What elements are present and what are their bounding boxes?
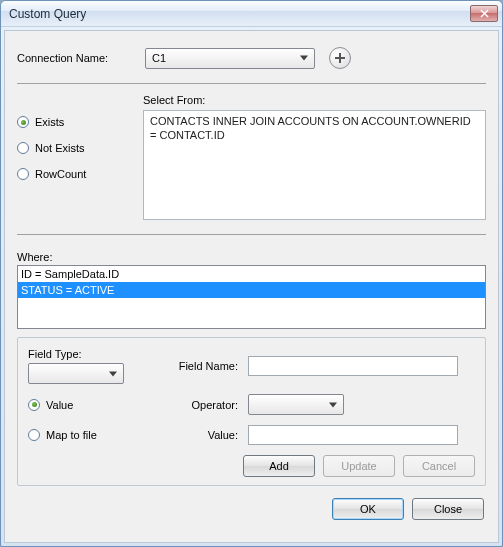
connection-label: Connection Name:: [17, 52, 137, 64]
close-icon[interactable]: [470, 5, 498, 22]
radio-icon: [17, 116, 29, 128]
operator-label: Operator:: [168, 399, 248, 411]
radio-label: Map to file: [46, 429, 97, 441]
value-label: Value:: [168, 429, 248, 441]
field-type-label: Field Type:: [28, 348, 168, 360]
window-title: Custom Query: [9, 7, 470, 21]
map-to-file-radio[interactable]: Map to file: [28, 429, 168, 441]
dialog-buttons: OK Close: [17, 498, 486, 520]
add-connection-button[interactable]: [329, 47, 351, 69]
radio-icon: [28, 399, 40, 411]
update-button[interactable]: Update: [323, 455, 395, 477]
exists-radio[interactable]: Exists: [17, 116, 127, 128]
select-section: Exists Not Exists RowCount Select From: …: [17, 94, 486, 220]
radio-label: RowCount: [35, 168, 86, 180]
radio-icon: [17, 168, 29, 180]
radio-label: Exists: [35, 116, 64, 128]
connection-row: Connection Name: C1: [17, 47, 486, 69]
where-row[interactable]: ID = SampleData.ID: [18, 266, 485, 282]
chevron-down-icon: [325, 396, 341, 413]
not-exists-radio[interactable]: Not Exists: [17, 142, 127, 154]
where-section: Where: ID = SampleData.ID STATUS = ACTIV…: [17, 251, 486, 486]
operator-combo[interactable]: [248, 394, 344, 415]
custom-query-dialog: Custom Query Connection Name: C1 Exi: [0, 0, 503, 547]
where-row[interactable]: STATUS = ACTIVE: [18, 282, 485, 298]
where-label: Where:: [17, 251, 52, 263]
exists-radio-group: Exists Not Exists RowCount: [17, 94, 127, 220]
radio-label: Not Exists: [35, 142, 85, 154]
field-type-combo[interactable]: [28, 363, 124, 384]
client-area: Connection Name: C1 Exists Not Ex: [4, 30, 499, 543]
connection-combo[interactable]: C1: [145, 48, 315, 69]
where-editor: Field Type: Field Name: Value: [17, 337, 486, 486]
field-name-input[interactable]: [248, 356, 458, 376]
add-button[interactable]: Add: [243, 455, 315, 477]
separator: [17, 234, 486, 235]
rowcount-radio[interactable]: RowCount: [17, 168, 127, 180]
radio-label: Value: [46, 399, 73, 411]
value-radio[interactable]: Value: [28, 399, 168, 411]
connection-value: C1: [152, 52, 296, 64]
field-name-label: Field Name:: [168, 360, 248, 372]
where-list[interactable]: ID = SampleData.ID STATUS = ACTIVE: [17, 265, 486, 329]
close-button[interactable]: Close: [412, 498, 484, 520]
select-from-textarea[interactable]: CONTACTS INNER JOIN ACCOUNTS ON ACCOUNT.…: [143, 110, 486, 220]
value-input[interactable]: [248, 425, 458, 445]
ok-button[interactable]: OK: [332, 498, 404, 520]
chevron-down-icon: [105, 365, 121, 382]
separator: [17, 83, 486, 84]
cancel-button[interactable]: Cancel: [403, 455, 475, 477]
radio-icon: [28, 429, 40, 441]
titlebar: Custom Query: [1, 1, 502, 27]
chevron-down-icon: [296, 50, 312, 67]
select-from-label: Select From:: [143, 94, 486, 106]
radio-icon: [17, 142, 29, 154]
